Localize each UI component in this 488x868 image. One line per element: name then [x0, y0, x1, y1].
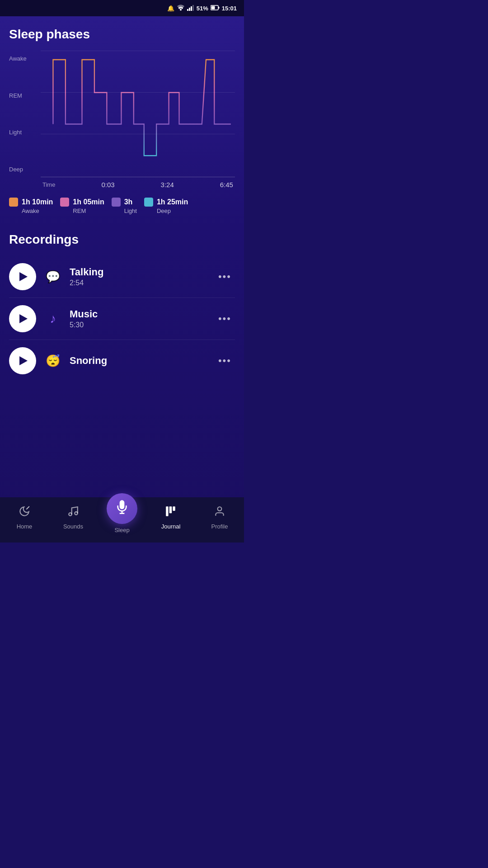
recording-item-talking: 💬 Talking 2:54 ••• [9, 256, 235, 298]
play-icon-music [19, 314, 28, 323]
sleep-waveform [53, 60, 230, 156]
svg-rect-11 [166, 506, 168, 516]
sleep-record-button[interactable] [107, 493, 137, 524]
status-bar: 🔔 51% 15:01 [0, 0, 244, 16]
grid-line-awake [41, 51, 235, 51]
talking-duration: 2:54 [70, 279, 208, 287]
sleep-phases-section: Sleep phases Awake REM Light Deep [9, 27, 235, 214]
play-button-music[interactable] [9, 305, 36, 332]
talking-name: Talking [70, 266, 208, 278]
music-name: Music [70, 308, 208, 320]
grid-line-light [41, 134, 235, 134]
recording-item-snoring: 😴 Snoring ••• [9, 340, 235, 382]
microphone-icon [115, 500, 129, 517]
play-button-snoring[interactable] [9, 347, 36, 374]
legend-awake: 1h 10min Awake [9, 198, 53, 214]
grid-line-deep [41, 177, 235, 177]
y-label-awake: Awake [9, 55, 27, 62]
home-icon [19, 505, 30, 520]
music-more-button[interactable]: ••• [215, 309, 235, 328]
legend-duration-deep: 1h 25min [157, 198, 188, 206]
nav-sleep-center: Sleep [98, 493, 146, 533]
snoring-icon: 😴 [42, 350, 63, 371]
svg-rect-0 [187, 9, 188, 11]
nav-home[interactable]: Home [0, 505, 49, 530]
notification-icon: 🔔 [167, 5, 174, 12]
time-display: 15:01 [222, 5, 237, 12]
recordings-section: Recordings 💬 Talking 2:54 ••• ♪ Music 5:… [9, 232, 235, 382]
journal-icon [165, 505, 177, 520]
music-info: Music 5:30 [70, 308, 208, 329]
svg-rect-12 [169, 506, 172, 513]
bottom-nav: Home Sounds Sleep [0, 497, 244, 542]
legend-label-rem: REM [73, 208, 104, 214]
main-content: Sleep phases Awake REM Light Deep [0, 16, 244, 542]
journal-label: Journal [161, 523, 181, 530]
play-button-talking[interactable] [9, 263, 36, 290]
chart-area [41, 51, 235, 177]
talking-icon: 💬 [42, 266, 63, 287]
nav-profile[interactable]: Profile [195, 505, 244, 530]
music-icon: ♪ [42, 308, 63, 329]
snoring-name: Snoring [70, 355, 208, 367]
legend-label-deep: Deep [157, 208, 188, 214]
time-axis: Time 0:03 3:24 6:45 [41, 181, 235, 189]
svg-rect-1 [189, 8, 190, 11]
time-label-end: 6:45 [220, 181, 233, 189]
legend-dot-deep [144, 198, 153, 207]
snoring-info: Snoring [70, 355, 208, 367]
svg-rect-2 [191, 6, 192, 11]
sleep-legend: 1h 10min Awake 1h 05min REM 3h Light [9, 198, 235, 214]
svg-point-8 [75, 512, 78, 515]
battery-icon [211, 5, 220, 12]
nav-journal[interactable]: Journal [146, 505, 195, 530]
talking-more-button[interactable]: ••• [215, 267, 235, 286]
time-label-start: 0:03 [101, 181, 114, 189]
legend-duration-rem: 1h 05min [73, 198, 104, 206]
profile-label: Profile [211, 523, 228, 530]
play-icon-talking [19, 272, 28, 281]
grid-line-rem [41, 92, 235, 93]
legend-dot-awake [9, 198, 18, 207]
legend-duration-light: 3h [124, 198, 133, 206]
status-icons: 🔔 51% 15:01 [167, 5, 237, 12]
sounds-label: Sounds [63, 523, 83, 530]
home-label: Home [17, 523, 33, 530]
sleep-label: Sleep [114, 527, 129, 533]
y-label-light: Light [9, 129, 27, 136]
sleep-chart-svg [41, 51, 235, 177]
y-label-deep: Deep [9, 166, 27, 173]
svg-point-14 [218, 507, 222, 511]
sounds-icon [67, 505, 79, 520]
talking-info: Talking 2:54 [70, 266, 208, 287]
recordings-title: Recordings [9, 232, 235, 247]
play-icon-snoring [19, 356, 28, 365]
legend-light: 3h Light [112, 198, 137, 214]
time-label-mid: 3:24 [161, 181, 174, 189]
svg-rect-3 [192, 5, 194, 11]
wifi-icon [177, 5, 185, 12]
snoring-more-button[interactable]: ••• [215, 351, 235, 370]
nav-sounds[interactable]: Sounds [49, 505, 98, 530]
profile-icon [214, 505, 225, 520]
svg-rect-6 [218, 7, 220, 9]
y-label-rem: REM [9, 92, 27, 99]
legend-label-light: Light [124, 208, 137, 214]
legend-duration-awake: 1h 10min [22, 198, 53, 206]
legend-deep: 1h 25min Deep [144, 198, 188, 214]
y-axis-labels: Awake REM Light Deep [9, 51, 27, 177]
battery-percentage: 51% [197, 5, 208, 12]
sleep-chart-container: Awake REM Light Deep [9, 51, 235, 189]
recording-item-music: ♪ Music 5:30 ••• [9, 298, 235, 340]
legend-label-awake: Awake [22, 208, 53, 214]
legend-rem: 1h 05min REM [60, 198, 104, 214]
sleep-phases-title: Sleep phases [9, 27, 235, 42]
svg-rect-13 [173, 506, 175, 511]
legend-dot-rem [60, 198, 69, 207]
svg-rect-5 [211, 6, 215, 9]
signal-icon [187, 5, 194, 12]
svg-point-7 [69, 513, 72, 516]
music-duration: 5:30 [70, 321, 208, 329]
legend-dot-light [112, 198, 121, 207]
time-label-key: Time [42, 181, 55, 189]
